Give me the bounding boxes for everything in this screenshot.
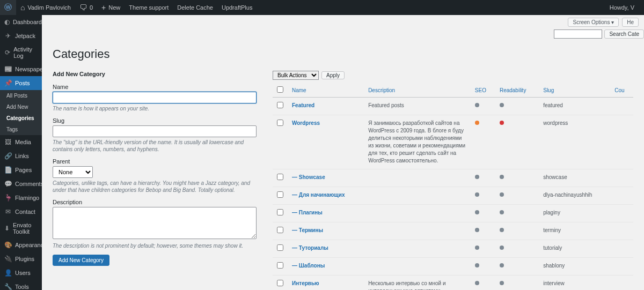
slug-input[interactable] bbox=[53, 125, 257, 137]
col-readability[interactable]: Readability bbox=[495, 83, 539, 98]
row-seo bbox=[471, 169, 495, 187]
row-checkbox[interactable] bbox=[277, 191, 283, 198]
parent-select[interactable]: None bbox=[53, 166, 93, 178]
slug-label: Slug bbox=[53, 117, 257, 124]
category-link[interactable]: — Плагины bbox=[292, 210, 323, 215]
search-button[interactable]: Search Cate bbox=[604, 29, 644, 39]
menu-label: Jetpack bbox=[15, 33, 35, 39]
my-account[interactable]: Howdy, V bbox=[605, 0, 639, 15]
row-slug: dlya-nachinayushhih bbox=[539, 187, 610, 205]
menu-icon: 📰 bbox=[4, 65, 12, 73]
category-link[interactable]: Интервью bbox=[292, 280, 319, 286]
row-slug: tutorialy bbox=[539, 240, 610, 258]
comments-link[interactable]: 🗨0 bbox=[75, 0, 97, 15]
add-category-button[interactable]: Add New Category bbox=[53, 255, 109, 266]
bulk-actions-select[interactable]: Bulk Actions bbox=[273, 71, 319, 80]
menu-item[interactable]: 🔧Tools bbox=[0, 280, 42, 290]
row-checkbox[interactable] bbox=[277, 280, 283, 286]
category-link[interactable]: — Showcase bbox=[292, 174, 325, 180]
category-link[interactable]: Wordpress bbox=[292, 120, 320, 126]
menu-icon: ✉ bbox=[4, 208, 12, 215]
col-name[interactable]: Name bbox=[288, 83, 364, 98]
category-link[interactable]: Featured bbox=[292, 102, 314, 108]
row-checkbox[interactable] bbox=[277, 262, 283, 269]
row-checkbox[interactable] bbox=[277, 209, 283, 215]
submenu-item[interactable]: Add New bbox=[0, 101, 42, 113]
submenu-label: Tags bbox=[6, 127, 18, 132]
menu-item[interactable]: 🖼Media bbox=[0, 135, 42, 149]
menu-icon: 📄 bbox=[4, 166, 12, 174]
submenu-item[interactable]: Tags bbox=[0, 124, 42, 135]
category-link[interactable]: — Для начинающих bbox=[292, 192, 345, 198]
row-readability bbox=[495, 240, 539, 258]
menu-item[interactable]: 🎨Appearance bbox=[0, 238, 42, 252]
site-name[interactable]: ⌂Vadim Pavlovich bbox=[16, 0, 75, 15]
menu-item[interactable]: 💬Comments bbox=[0, 177, 42, 191]
theme-support[interactable]: Theme support bbox=[125, 0, 173, 15]
row-count bbox=[610, 240, 633, 258]
row-seo bbox=[471, 115, 495, 169]
menu-label: Dashboard bbox=[13, 19, 42, 25]
submenu-item[interactable]: All Posts bbox=[0, 90, 42, 101]
row-seo bbox=[471, 276, 495, 291]
menu-icon: 🔗 bbox=[4, 152, 12, 160]
help-toggle[interactable]: He bbox=[622, 18, 639, 27]
main-content: Screen Options ▾ He Search Cate Categori… bbox=[42, 0, 644, 290]
seo-dot-icon bbox=[475, 246, 479, 250]
readability-dot-icon bbox=[500, 121, 504, 125]
row-readability bbox=[495, 115, 539, 169]
menu-icon: 🔌 bbox=[4, 255, 12, 263]
menu-item[interactable]: 📄Pages bbox=[0, 163, 42, 177]
menu-icon: ✈ bbox=[4, 32, 12, 40]
category-link[interactable]: — Термины bbox=[292, 227, 323, 233]
col-seo[interactable]: SEO bbox=[471, 83, 495, 98]
apply-button[interactable]: Apply bbox=[321, 71, 345, 79]
category-link[interactable]: — Туториалы bbox=[292, 245, 328, 251]
row-count bbox=[610, 222, 633, 240]
search-input[interactable] bbox=[554, 29, 602, 39]
col-description[interactable]: Description bbox=[364, 83, 471, 98]
readability-dot-icon bbox=[500, 228, 504, 232]
screen-options-toggle[interactable]: Screen Options ▾ bbox=[568, 18, 619, 27]
menu-item[interactable]: 🔗Links bbox=[0, 149, 42, 163]
col-count[interactable]: Cou bbox=[610, 83, 633, 98]
wp-logo[interactable]: ⓦ bbox=[0, 0, 16, 15]
submenu-label: Add New bbox=[6, 104, 28, 110]
comments-count: 0 bbox=[90, 4, 93, 11]
seo-dot-icon bbox=[475, 263, 479, 267]
row-description bbox=[364, 240, 471, 258]
select-all-checkbox[interactable] bbox=[277, 86, 283, 93]
menu-item[interactable]: 👤Users bbox=[0, 266, 42, 280]
row-count bbox=[610, 98, 633, 115]
row-checkbox[interactable] bbox=[277, 227, 283, 233]
menu-item[interactable]: ✈Jetpack bbox=[0, 29, 42, 43]
menu-posts[interactable]: 📌 Posts bbox=[0, 76, 42, 90]
menu-icon: ⟳ bbox=[4, 49, 10, 56]
row-count bbox=[610, 205, 633, 222]
row-checkbox[interactable] bbox=[277, 120, 283, 126]
row-count bbox=[610, 258, 633, 276]
name-input[interactable] bbox=[53, 92, 257, 103]
description-textarea[interactable] bbox=[53, 207, 257, 239]
row-checkbox[interactable] bbox=[277, 244, 283, 251]
menu-item[interactable]: ✉Contact bbox=[0, 205, 42, 219]
row-checkbox[interactable] bbox=[277, 174, 283, 180]
col-slug[interactable]: Slug bbox=[539, 83, 610, 98]
menu-item[interactable]: 📰Newspaper bbox=[0, 62, 42, 76]
wordpress-icon: ⓦ bbox=[4, 3, 12, 12]
new-content[interactable]: +New bbox=[97, 0, 125, 15]
row-count bbox=[610, 276, 633, 291]
category-link[interactable]: — Шаблоны bbox=[292, 263, 325, 269]
updraftplus[interactable]: UpdraftPlus bbox=[217, 0, 257, 15]
menu-item[interactable]: 🔌Plugins bbox=[0, 252, 42, 266]
row-checkbox[interactable] bbox=[277, 102, 283, 108]
delete-cache[interactable]: Delete Cache bbox=[173, 0, 217, 15]
submenu-item[interactable]: Categories bbox=[0, 113, 42, 124]
readability-dot-icon bbox=[500, 246, 504, 250]
menu-item[interactable]: 🦩Flamingo bbox=[0, 191, 42, 205]
menu-label: Comments bbox=[15, 181, 42, 187]
seo-dot-icon bbox=[475, 192, 479, 197]
menu-item[interactable]: ⟳Activity Log bbox=[0, 43, 42, 62]
menu-item[interactable]: ◐Dashboard bbox=[0, 15, 42, 29]
menu-item[interactable]: ⬇Envato Toolkit bbox=[0, 219, 42, 238]
